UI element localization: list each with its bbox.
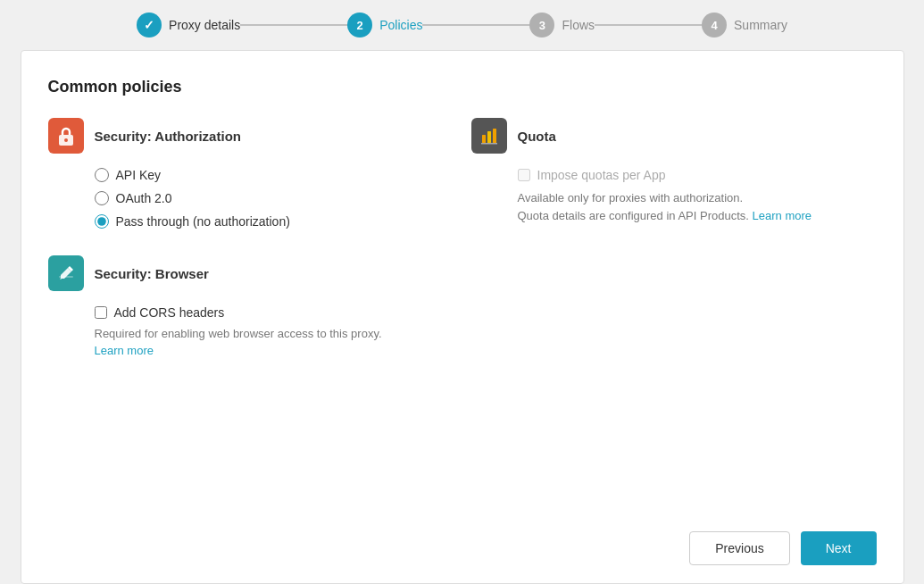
cors-checkbox-row[interactable]: Add CORS headers (95, 305, 454, 320)
radio-pass-through-label: Pass through (no authorization) (116, 214, 290, 229)
step-label-policies: Policies (379, 18, 422, 32)
security-auth-title: Security: Authorization (95, 129, 241, 144)
step-summary[interactable]: 4 Summary (702, 13, 787, 38)
radio-oauth2-label: OAuth 2.0 (116, 191, 172, 205)
step-circle-flows: 3 (529, 13, 554, 38)
cors-checkbox[interactable] (95, 306, 107, 319)
security-auth-icon (48, 118, 84, 154)
cors-label: Add CORS headers (114, 305, 225, 320)
step-circle-proxy-details: ✓ (137, 13, 162, 38)
svg-rect-6 (481, 143, 497, 145)
radio-pass-through-input[interactable] (95, 214, 109, 229)
quota-section: Quota Impose quotas per App Available on… (471, 118, 877, 499)
security-browser-section: Security: Browser Add CORS headers Requi… (48, 255, 454, 357)
cors-description: Required for enabling web browser access… (95, 327, 454, 340)
previous-button[interactable]: Previous (689, 531, 789, 565)
quota-description: Available only for proxies with authoriz… (518, 189, 877, 224)
next-button[interactable]: Next (801, 531, 877, 565)
radio-oauth2[interactable]: OAuth 2.0 (95, 191, 454, 205)
step-label-flows: Flows (562, 18, 595, 32)
card-title: Common policies (48, 78, 877, 96)
main-card: Common policies Security: Authorization (21, 50, 904, 584)
quota-checkbox-label: Impose quotas per App (537, 168, 666, 182)
quota-learn-more-link[interactable]: Learn more (753, 209, 812, 222)
quota-checkbox-row[interactable]: Impose quotas per App (518, 168, 877, 182)
security-browser-title: Security: Browser (95, 266, 209, 281)
step-circle-policies: 2 (347, 13, 372, 38)
step-label-summary: Summary (734, 18, 787, 32)
radio-api-key-input[interactable] (95, 168, 109, 182)
radio-pass-through[interactable]: Pass through (no authorization) (95, 214, 454, 229)
step-connector-1 (240, 24, 347, 26)
stepper: ✓ Proxy details 2 Policies 3 Flows 4 Sum… (0, 0, 924, 50)
step-circle-summary: 4 (702, 13, 727, 38)
cors-learn-more-link[interactable]: Learn more (95, 344, 154, 357)
radio-api-key-label: API Key (116, 168, 162, 182)
radio-api-key[interactable]: API Key (95, 168, 454, 182)
quota-icon (471, 118, 507, 154)
step-connector-3 (595, 24, 702, 26)
security-auth-header: Security: Authorization (48, 118, 454, 154)
step-label-proxy-details: Proxy details (169, 18, 240, 32)
svg-point-1 (64, 138, 68, 142)
step-policies[interactable]: 2 Policies (347, 13, 422, 38)
step-flows[interactable]: 3 Flows (529, 13, 595, 38)
security-auth-section: Security: Authorization API Key OAuth 2.… (48, 118, 454, 499)
policies-grid: Security: Authorization API Key OAuth 2.… (48, 118, 877, 499)
cors-learn-more[interactable]: Learn more (95, 344, 454, 357)
radio-oauth2-input[interactable] (95, 191, 109, 205)
quota-checkbox (518, 169, 530, 181)
security-browser-header: Security: Browser (48, 255, 454, 291)
svg-rect-4 (487, 131, 491, 143)
svg-rect-5 (493, 129, 496, 143)
quota-content: Impose quotas per App Available only for… (471, 168, 877, 224)
quota-title: Quota (518, 129, 556, 144)
step-proxy-details[interactable]: ✓ Proxy details (137, 13, 240, 38)
auth-radio-group: API Key OAuth 2.0 Pass through (no autho… (48, 168, 454, 229)
card-footer: Previous Next (48, 517, 877, 565)
svg-rect-3 (482, 135, 486, 143)
security-browser-icon (48, 255, 84, 291)
quota-header: Quota (471, 118, 877, 154)
step-connector-2 (422, 24, 529, 26)
